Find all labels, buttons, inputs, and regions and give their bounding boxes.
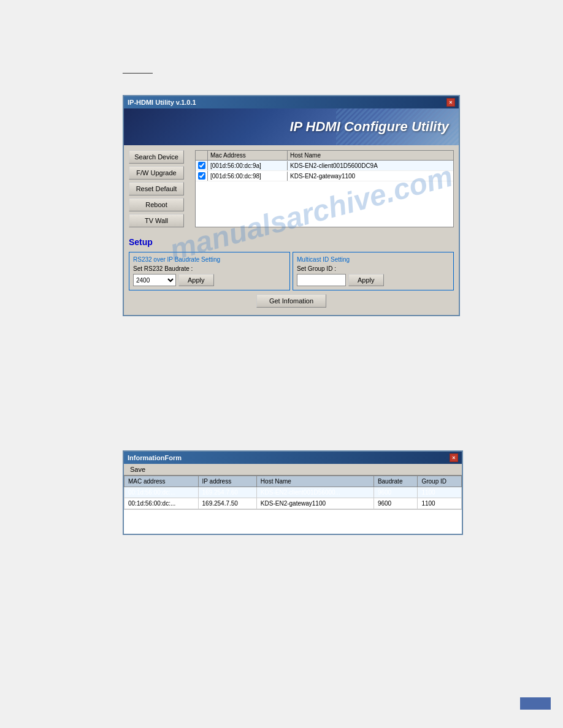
info-table-cell: 169.254.7.60: [198, 487, 256, 498]
info-table-cell: 1100: [418, 487, 462, 498]
main-title-bar: IP-HDMI Utility v.1.0.1 ×: [124, 96, 459, 108]
info-table-row[interactable]: 00:1d:56:00:dc:...169.254.7.60KDS-EN2-cl…: [124, 487, 462, 498]
info-close-button[interactable]: ×: [450, 453, 458, 462]
col-ip-address-header: IP address: [198, 476, 256, 487]
multicast-panel-title: Multicast ID Setting: [297, 256, 450, 263]
info-window-title: InformationForm: [128, 454, 182, 461]
col-check-header: [196, 151, 208, 160]
main-window: IP-HDMI Utility v.1.0.1 × IP HDMI Config…: [123, 95, 460, 316]
col-baudrate-header: Baudrate: [373, 476, 418, 487]
info-table-cell: 00:1d:56:00:dc:...: [124, 487, 199, 498]
device-checkbox[interactable]: [198, 162, 205, 169]
main-close-button[interactable]: ×: [446, 98, 455, 107]
main-content-area: Search Device F/W Upgrade Reset Default …: [124, 145, 459, 232]
search-device-button[interactable]: Search Device: [129, 150, 184, 164]
main-window-title: IP-HDMI Utility v.1.0.1: [128, 99, 196, 106]
device-host-cell: KDS-EN2-client001D5600DC9A: [288, 161, 453, 170]
left-panel: Search Device F/W Upgrade Reset Default …: [129, 150, 190, 227]
col-mac-header: Mac Address: [208, 151, 288, 160]
col-mac-address-header: MAC address: [124, 476, 199, 487]
info-table-cell: KDS-EN2-client001D56000...: [256, 487, 373, 498]
info-table-cell: 9600: [373, 487, 418, 498]
device-row-check-cell: [196, 161, 208, 170]
device-mac-cell: [001d:56:00:dc:98]: [208, 172, 288, 181]
device-table-header: Mac Address Host Name: [196, 151, 453, 161]
header-banner: IP HDMI Configure Utility: [124, 108, 459, 145]
col-group-id-header: Group ID: [418, 476, 462, 487]
setup-panels: RS232 over IP Baudrate Setting Set RS232…: [129, 252, 454, 290]
device-rows-container: [001d:56:00:dc:9a]KDS-EN2-client001D5600…: [196, 161, 453, 181]
info-table-cell: 9600: [373, 498, 418, 509]
header-title: IP HDMI Configure Utility: [289, 119, 449, 135]
device-row-check-cell: [196, 171, 208, 181]
device-checkbox[interactable]: [198, 172, 205, 180]
device-row: [001d:56:00:dc:9a]KDS-EN2-client001D5600…: [196, 161, 453, 171]
rs232-panel-title: RS232 over IP Baudrate Setting: [133, 256, 286, 263]
close-icon: ×: [449, 99, 452, 105]
save-menu-item[interactable]: Save: [126, 465, 149, 474]
rs232-panel: RS232 over IP Baudrate Setting Set RS232…: [129, 252, 290, 290]
info-title-bar: InformationForm ×: [124, 452, 462, 464]
page-ref: ________: [123, 66, 153, 74]
baudrate-select[interactable]: 2400 4800 9600 19200 38400 57600 115200: [133, 274, 176, 286]
info-table-cell: 00:1d:56:00:dc:...: [124, 498, 199, 509]
info-menu-bar: Save: [124, 464, 462, 476]
device-row: [001d:56:00:dc:98]KDS-EN2-gateway1100: [196, 171, 453, 181]
tv-wall-button[interactable]: TV Wall: [129, 214, 184, 227]
info-table-cell: 1100: [418, 498, 462, 509]
multicast-apply-button[interactable]: Apply: [348, 274, 384, 286]
info-footer: [124, 509, 462, 534]
rs232-setup-row: 2400 4800 9600 19200 38400 57600 115200 …: [133, 274, 286, 286]
bottom-right-rect: [520, 697, 551, 710]
fw-upgrade-button[interactable]: F/W Upgrade: [129, 166, 184, 180]
reset-default-button[interactable]: Reset Default: [129, 182, 184, 195]
info-window: InformationForm × Save MAC address IP ad…: [123, 450, 463, 535]
info-table-row[interactable]: 00:1d:56:00:dc:...169.254.7.50KDS-EN2-ga…: [124, 498, 462, 509]
device-host-cell: KDS-EN2-gateway1100: [288, 172, 453, 181]
info-table-header-row: MAC address IP address Host Name Baudrat…: [124, 476, 462, 487]
info-table-cell: 169.254.7.50: [198, 498, 256, 509]
setup-section: Setup RS232 over IP Baudrate Setting Set…: [124, 232, 459, 315]
group-id-input[interactable]: [297, 274, 346, 286]
rs232-apply-button[interactable]: Apply: [178, 274, 214, 286]
info-table-body: 00:1d:56:00:dc:...169.254.7.60KDS-EN2-cl…: [124, 487, 462, 509]
setup-title: Setup: [129, 237, 454, 247]
device-table: Mac Address Host Name [001d:56:00:dc:9a]…: [195, 150, 454, 227]
col-host-header: Host Name: [288, 151, 453, 160]
multicast-panel: Multicast ID Setting Set Group ID : Appl…: [293, 252, 454, 290]
rs232-baudrate-label: Set RS232 Baudrate :: [133, 265, 286, 272]
col-host-name-header: Host Name: [256, 476, 373, 487]
device-mac-cell: [001d:56:00:dc:9a]: [208, 161, 288, 170]
info-close-icon: ×: [452, 455, 455, 461]
reboot-button[interactable]: Reboot: [129, 198, 184, 211]
multicast-setup-row: Apply: [297, 274, 450, 286]
info-table: MAC address IP address Host Name Baudrat…: [124, 476, 462, 509]
multicast-group-label: Set Group ID :: [297, 265, 450, 272]
get-information-button[interactable]: Get Infomation: [256, 294, 326, 308]
info-table-cell: KDS-EN2-gateway1100: [256, 498, 373, 509]
